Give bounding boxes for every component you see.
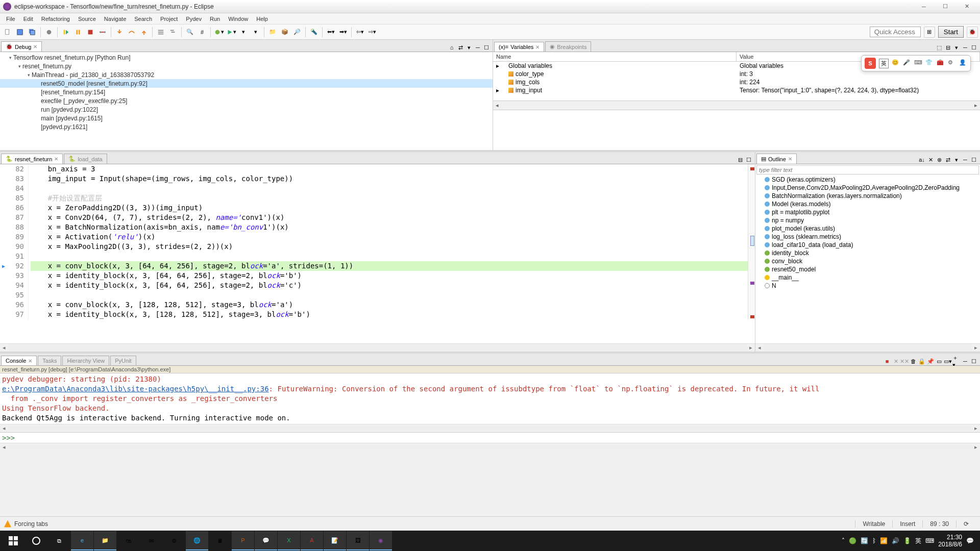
start-button[interactable]: Start <box>938 26 964 38</box>
editor-tab[interactable]: 🐍load_data <box>64 154 107 164</box>
sort-button[interactable]: a↓ <box>918 156 926 164</box>
variable-detail-pane[interactable] <box>493 110 980 150</box>
disconnect-button[interactable] <box>97 27 108 38</box>
step-over-button[interactable] <box>126 27 137 38</box>
debug-frame[interactable]: ▾MainThread - pid_21380_id_1638387053792 <box>0 70 493 79</box>
terminate-button[interactable] <box>85 27 96 38</box>
console-tab-hierarchy-view[interactable]: Hierarchy View <box>62 356 109 365</box>
settings-taskbar-icon[interactable]: ⚙ <box>163 531 185 550</box>
suspend-button[interactable] <box>72 27 84 38</box>
close-icon[interactable]: ✕ <box>54 156 58 162</box>
new-package-button[interactable]: 📦 <box>279 27 290 38</box>
collapse-button[interactable]: ⊟ <box>944 43 952 52</box>
menu-project[interactable]: Project <box>156 15 182 23</box>
debug-frame[interactable]: [pydevd.py:1621] <box>0 122 493 131</box>
save-all-button[interactable] <box>27 27 38 38</box>
console-remove-button[interactable]: ✕ <box>892 357 900 365</box>
new-wizard-button[interactable]: 📁 <box>267 27 278 38</box>
cortana-button[interactable] <box>25 531 47 550</box>
menu-run[interactable]: Run <box>206 15 224 23</box>
editor-restore-button[interactable]: ⊟ <box>736 156 744 164</box>
menu-help[interactable]: Help <box>252 15 272 23</box>
status-updates-icon[interactable]: ⟳ <box>956 520 976 528</box>
toggle-block-button[interactable] <box>167 27 179 38</box>
debug-frame[interactable]: execfile [_pydev_execfile.py:25] <box>0 96 493 105</box>
tray-sync-icon[interactable]: 🔄 <box>861 537 868 544</box>
ime-user-icon[interactable]: 👤 <box>959 59 967 67</box>
outline-item[interactable]: Input,Dense,Conv2D,MaxPooling2D,AverageP… <box>755 184 980 192</box>
debug-frame[interactable]: main [pydevd.py:1615] <box>0 114 493 122</box>
menu-file[interactable]: File <box>2 15 19 23</box>
tray-ime-icon[interactable]: 英 <box>915 537 921 545</box>
start-menu-button[interactable] <box>2 531 24 550</box>
outline-tab[interactable]: ▤ Outline ✕ <box>756 154 797 164</box>
outline-item[interactable]: resnet50_model <box>755 265 980 273</box>
ime-emoji-icon[interactable]: 😊 <box>892 59 900 67</box>
wechat-taskbar-icon[interactable]: 💬 <box>255 531 277 550</box>
tray-bluetooth-icon[interactable]: ᛒ <box>872 537 876 544</box>
maximize-view-button[interactable]: ☐ <box>482 43 491 52</box>
outline-item[interactable]: log_loss (sklearn.metrics) <box>755 233 980 241</box>
tray-network-icon[interactable]: 📶 <box>880 537 888 544</box>
console-hscroll[interactable]: ◂▸ <box>0 424 980 432</box>
outline-item[interactable]: SGD (keras.optimizers) <box>755 176 980 184</box>
close-icon[interactable]: ✕ <box>788 156 792 162</box>
editor-tab[interactable]: 🐍resnet_fineturn✕ <box>1 154 63 164</box>
notepad-taskbar-icon[interactable]: 📝 <box>324 531 346 550</box>
quick-access-input[interactable] <box>870 27 921 37</box>
outline-item[interactable]: N <box>755 282 980 290</box>
outline-list[interactable]: SGD (keras.optimizers)Input,Dense,Conv2D… <box>755 176 980 290</box>
col-name[interactable]: Name <box>493 52 737 61</box>
calc-taskbar-icon[interactable]: 🖩 <box>209 531 231 550</box>
outline-item[interactable]: plt = matplotlib.pyplot <box>755 208 980 216</box>
outline-hscroll[interactable]: ◂▸ <box>755 343 980 352</box>
link-editor-button[interactable]: ⇄ <box>944 156 952 164</box>
store-taskbar-icon[interactable]: 🛍 <box>117 531 139 550</box>
console-scroll-lock-button[interactable]: 🔒 <box>918 357 926 365</box>
powerpoint-taskbar-icon[interactable]: P <box>232 531 254 550</box>
outline-item[interactable]: Model (keras.models) <box>755 200 980 208</box>
close-icon[interactable]: ✕ <box>28 358 32 364</box>
ext-tools-button[interactable]: ▾ <box>250 27 261 38</box>
console-tab-tasks[interactable]: Tasks <box>38 356 61 365</box>
menu-refactoring[interactable]: Refactoring <box>37 15 74 23</box>
outline-item[interactable]: identity_block <box>755 249 980 257</box>
prompt-hscroll[interactable]: ◂▸ <box>0 443 980 451</box>
breakpoints-tab[interactable]: ◉ Breakpoints <box>545 41 591 52</box>
tray-keyboard-icon[interactable]: ⌨ <box>925 537 934 544</box>
close-button[interactable]: ✕ <box>957 1 977 12</box>
vars-menu-button[interactable]: ▾ <box>952 43 961 52</box>
mail-taskbar-icon[interactable]: ✉ <box>140 531 162 550</box>
lint-button[interactable]: 🔍 <box>184 27 195 38</box>
search-button[interactable]: 🔦 <box>308 27 320 38</box>
maximize-button[interactable]: ☐ <box>935 1 955 12</box>
menu-navigate[interactable]: Navigate <box>100 15 130 23</box>
console-new-button[interactable]: ＋▾ <box>952 357 961 365</box>
tray-battery-icon[interactable]: 🔋 <box>903 537 911 544</box>
console-removeall-button[interactable]: ✕✕ <box>900 357 909 365</box>
hide-static-button[interactable]: ⊗ <box>935 156 943 164</box>
variables-tab[interactable]: (x)= Variables ✕ <box>494 42 544 52</box>
system-tray[interactable]: ˄ 🟢 🔄 ᛒ 📶 🔊 🔋 英 ⌨ 21:30 2018/8/6 💬 <box>842 534 978 548</box>
edge-taskbar-icon[interactable]: e <box>71 531 93 550</box>
step-return-button[interactable] <box>138 27 150 38</box>
console-tab-console[interactable]: Console✕ <box>1 356 37 365</box>
debug-frame[interactable]: resnet50_model [resnet_fineturn.py:92] <box>0 79 493 88</box>
tray-notifications-icon[interactable]: 💬 <box>966 537 974 544</box>
console-clear-button[interactable]: 🗑 <box>909 357 917 365</box>
maximize-view-button[interactable]: ☐ <box>970 357 978 365</box>
run-dropdown-button[interactable]: ▾ <box>226 27 237 38</box>
tray-volume-icon[interactable]: 🔊 <box>892 537 899 544</box>
close-icon[interactable]: ✕ <box>33 44 37 49</box>
debug-frame[interactable]: [resnet_fineturn.py:154] <box>0 88 493 96</box>
minimize-view-button[interactable]: ─ <box>961 156 969 164</box>
menu-search[interactable]: Search <box>130 15 156 23</box>
hide-fields-button[interactable]: ✕ <box>926 156 935 164</box>
debug-frame[interactable]: ▾Tensorflow resnet_fineturn.py [Python R… <box>0 53 493 62</box>
console-pin-button[interactable]: 📌 <box>926 357 935 365</box>
menu-window[interactable]: Window <box>224 15 252 23</box>
minimize-button[interactable]: ─ <box>914 1 934 12</box>
prev-annotation-button[interactable]: ⬅▾ <box>325 27 336 38</box>
outline-item[interactable]: load_cifar10_data (load_data) <box>755 241 980 249</box>
chrome-taskbar-icon[interactable]: 🌐 <box>186 531 208 550</box>
